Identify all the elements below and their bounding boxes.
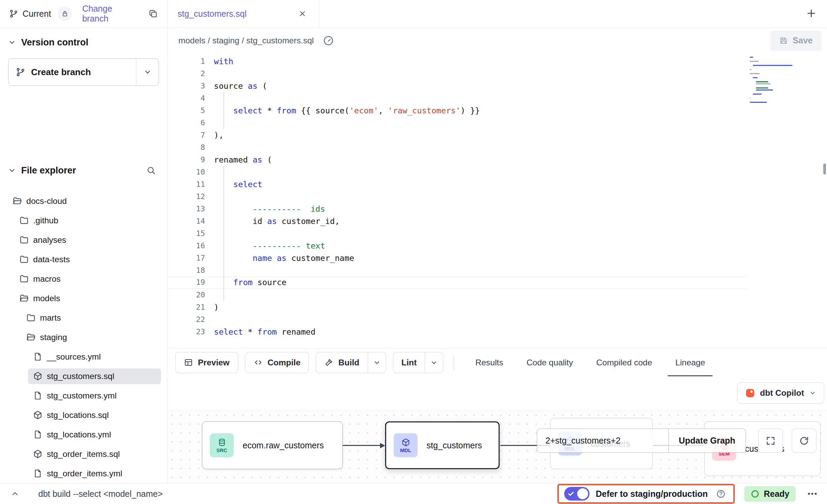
line-number: 10 <box>167 166 214 178</box>
defer-toggle[interactable] <box>564 487 589 501</box>
lineage-node-stg-customers[interactable]: MDL stg_customers <box>385 421 500 469</box>
code-line-8[interactable]: 8 <box>167 141 746 154</box>
file-item-stg_customers.yml[interactable]: stg_customers.yml <box>0 386 167 405</box>
lineage-canvas[interactable]: MDL customers SEM customers SRC ecom.raw… <box>167 410 827 483</box>
create-branch-dropdown-button[interactable] <box>136 59 159 85</box>
minimap-line <box>750 98 750 99</box>
build-button[interactable]: Build <box>316 352 367 373</box>
compile-button[interactable]: Compile <box>245 352 309 373</box>
file-item-stg_order_items.sql[interactable]: stg_order_items.sql <box>0 444 167 464</box>
code-line-16[interactable]: 16 ---------- text <box>167 240 746 252</box>
tab-code-quality[interactable]: Code quality <box>525 349 575 376</box>
editor-scrollbar-thumb[interactable] <box>823 164 826 174</box>
code-line-14[interactable]: 14 id as customer_id, <box>167 215 746 227</box>
file-item-stg_locations.yml[interactable]: stg_locations.yml <box>0 425 167 444</box>
file-item-stg_locations.sql[interactable]: stg_locations.sql <box>0 405 167 425</box>
file-item-data-tests[interactable]: data-tests <box>0 250 167 269</box>
file-item-label: marts <box>40 313 61 323</box>
folder-open-icon <box>19 293 29 303</box>
edge-arrowhead <box>380 443 385 448</box>
database-icon <box>217 438 227 447</box>
file-item-label: staging <box>40 333 67 342</box>
code-line-2[interactable]: 2 <box>167 68 746 80</box>
build-dropdown-button[interactable] <box>368 352 386 373</box>
code-line-11[interactable]: 11 select <box>167 178 746 191</box>
code-line-4[interactable]: 4 <box>167 92 746 104</box>
minimap-line <box>753 65 792 66</box>
file-item-__sources.yml[interactable]: __sources.yml <box>0 347 167 366</box>
code-line-15[interactable]: 15 <box>167 227 746 240</box>
new-tab-button[interactable] <box>803 7 819 20</box>
tab-lineage[interactable]: Lineage <box>673 349 707 376</box>
minimap-line <box>750 69 751 70</box>
model-icon <box>33 410 43 420</box>
code-line-9[interactable]: 9renamed as ( <box>167 154 746 166</box>
code-line-20[interactable]: 20 <box>167 289 746 301</box>
code-editor[interactable]: 1with23source as (45 select * from {{ so… <box>167 53 827 348</box>
file-item-macros[interactable]: macros <box>0 269 167 289</box>
tab-results[interactable]: Results <box>473 349 505 376</box>
tab-compiled-code[interactable]: Compiled code <box>594 349 654 376</box>
code-line-22[interactable]: 22 <box>167 313 746 326</box>
file-item-stg_order_items.yml[interactable]: stg_order_items.yml <box>0 464 167 483</box>
lock-icon <box>61 10 69 17</box>
minimap-line <box>750 75 791 76</box>
refresh-graph-button[interactable] <box>792 429 816 453</box>
file-search-button[interactable] <box>144 165 158 176</box>
create-branch-button[interactable]: Create branch <box>9 59 136 85</box>
collapse-panel-button[interactable] <box>8 489 22 499</box>
dbt-copilot-button[interactable]: dbt Copilot <box>737 382 824 404</box>
fullscreen-button[interactable] <box>758 429 783 453</box>
gauge-icon[interactable] <box>321 34 336 47</box>
code-line-13[interactable]: 13 ---------- ids <box>167 203 746 215</box>
line-number: 18 <box>167 264 214 277</box>
code-line-5[interactable]: 5 select * from {{ source('ecom', 'raw_c… <box>167 104 746 117</box>
code-line-17[interactable]: 17 name as customer_name <box>167 252 746 264</box>
line-number: 6 <box>167 117 214 129</box>
more-options-button[interactable] <box>804 488 820 500</box>
main-area: stg_customers.sql models / staging / stg… <box>167 0 827 483</box>
copy-branch-button[interactable] <box>146 8 160 19</box>
check-icon <box>567 490 575 498</box>
lint-button[interactable]: Lint <box>393 352 425 373</box>
lint-dropdown-button[interactable] <box>425 352 443 373</box>
code-line-19[interactable]: 19 from source <box>167 277 746 289</box>
current-branch-button[interactable]: Current <box>7 9 53 19</box>
file-item-models[interactable]: models <box>0 289 167 308</box>
save-label: Save <box>793 36 813 45</box>
code-line-23[interactable]: 23select * from renamed <box>167 326 746 338</box>
file-explorer-toggle[interactable]: File explorer <box>8 165 144 176</box>
file-item-analyses[interactable]: analyses <box>0 230 167 250</box>
code-line-10[interactable]: 10 <box>167 166 746 178</box>
editor-minimap[interactable] <box>750 57 791 104</box>
change-branch-link[interactable]: Change branch <box>82 4 140 24</box>
tab-stg-customers-sql[interactable]: stg_customers.sql <box>167 0 320 27</box>
chevron-down-icon <box>373 359 381 367</box>
code-line-21[interactable]: 21) <box>167 301 746 313</box>
file-item-docs-cloud[interactable]: docs-cloud <box>0 191 167 211</box>
file-item-label: models <box>33 294 60 303</box>
line-number: 17 <box>167 252 214 264</box>
save-button[interactable]: Save <box>770 30 822 51</box>
file-item-label: stg_locations.sql <box>47 410 109 420</box>
code-line-18[interactable]: 18 <box>167 264 746 277</box>
code-line-7[interactable]: 7), <box>167 129 746 141</box>
code-line-3[interactable]: 3source as ( <box>167 80 746 92</box>
file-item-stg_customers.sql[interactable]: stg_customers.sql <box>0 366 167 386</box>
minimap-line <box>753 77 758 78</box>
code-line-12[interactable]: 12 <box>167 191 746 203</box>
preview-button[interactable]: Preview <box>175 352 238 373</box>
code-line-6[interactable]: 6 <box>167 117 746 129</box>
lineage-node-ecom-raw-customers[interactable]: SRC ecom.raw_customers <box>202 421 343 469</box>
file-item-staging[interactable]: staging <box>0 327 167 347</box>
file-item-marts[interactable]: marts <box>0 308 167 327</box>
lineage-selector-input[interactable] <box>537 429 669 453</box>
minimap-line <box>753 94 762 95</box>
tab-close-button[interactable] <box>296 9 309 18</box>
ellipsis-icon <box>806 488 818 500</box>
file-item-.github[interactable]: .github <box>0 211 167 230</box>
code-line-1[interactable]: 1with <box>167 55 746 68</box>
version-control-header[interactable]: Version control <box>8 37 167 48</box>
defer-help-button[interactable] <box>714 489 728 499</box>
update-graph-button[interactable]: Update Graph <box>668 429 746 453</box>
